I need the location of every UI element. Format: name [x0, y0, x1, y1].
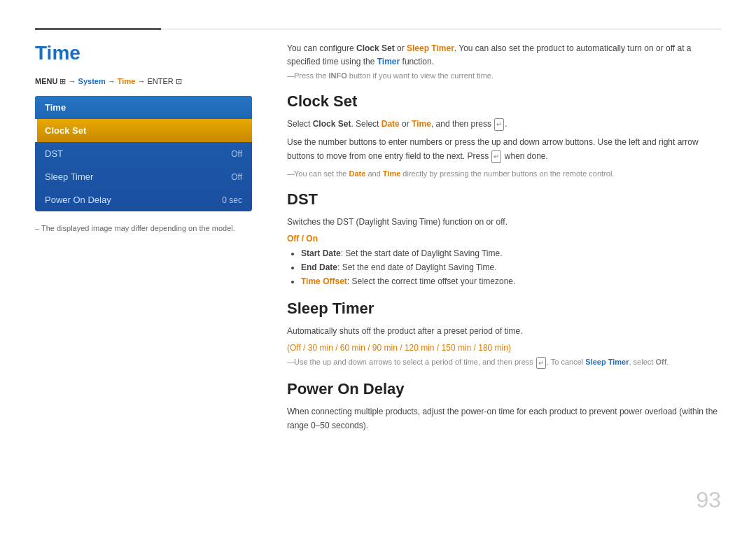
dst-bullet-time-offset: Time Offset: Select the correct time off…	[301, 275, 721, 289]
clock-set-note: You can set the Date and Time directly b…	[287, 168, 721, 180]
dst-off-on: Off / On	[287, 234, 721, 244]
top-bar-accent	[35, 28, 161, 30]
menu-path-menu: MENU	[35, 77, 59, 85]
intro-sleep-timer-orange: Sleep Timer	[407, 43, 454, 53]
clock-set-body2: Use the number buttons to enter numbers …	[287, 136, 721, 164]
power-on-delay-body1: When connecting multiple products, adjus…	[287, 405, 721, 433]
section-title-dst: DST	[287, 190, 721, 209]
menu-item-power-on-delay[interactable]: Power On Delay 0 sec	[35, 188, 252, 211]
section-title-clock-set: Clock Set	[287, 92, 721, 111]
menu-item-dst-label: DST	[45, 148, 63, 159]
intro-text: You can configure Clock Set or Sleep Tim…	[287, 42, 721, 69]
intro-clock-set-bold: Clock Set	[356, 43, 395, 53]
dst-bullet-end-date: End Date: Set the end date of Daylight S…	[301, 261, 721, 275]
menu-item-dst-value: Off	[231, 149, 242, 159]
menu-path-arrow2: →	[106, 77, 118, 85]
left-note: – The displayed image may differ dependi…	[35, 224, 252, 232]
menu-path-enter: ⊡	[176, 77, 182, 85]
menu-item-sleep-timer-value: Off	[231, 172, 242, 182]
menu-item-power-on-delay-label: Power On Delay	[45, 195, 111, 205]
menu-path-time: Time	[118, 77, 135, 85]
menu-item-sleep-timer[interactable]: Sleep Timer Off	[35, 165, 252, 188]
dst-body1: Switches the DST (Daylight Saving Time) …	[287, 216, 721, 230]
page-number: 93	[696, 487, 721, 513]
page-title: Time	[35, 42, 252, 64]
menu-item-clock-set[interactable]: Clock Set	[35, 119, 252, 142]
left-panel: Time MENU ⊞ → System → Time → ENTER ⊡ Ti…	[35, 42, 252, 232]
right-panel: You can configure Clock Set or Sleep Tim…	[287, 42, 721, 437]
sleep-timer-body1: Automatically shuts off the product afte…	[287, 325, 721, 339]
menu-box: Time Clock Set DST Off Sleep Timer Off P…	[35, 96, 252, 211]
top-bar-line	[161, 29, 721, 29]
menu-item-sleep-timer-label: Sleep Timer	[45, 171, 93, 182]
dst-bullet-start-date: Start Date: Set the start date of Daylig…	[301, 247, 721, 261]
intro-timer-blue: Timer	[377, 57, 400, 66]
section-title-power-on-delay: Power On Delay	[287, 380, 721, 398]
menu-path-arrow1: →	[66, 77, 78, 85]
menu-path-system: System	[78, 77, 106, 85]
sleep-timer-options: (Off / 30 min / 60 min / 90 min / 120 mi…	[287, 343, 721, 353]
section-title-sleep-timer: Sleep Timer	[287, 300, 721, 318]
clock-set-body1: Select Clock Set. Select Date or Time, a…	[287, 118, 721, 132]
sleep-timer-note: Use the up and down arrows to select a p…	[287, 356, 721, 369]
menu-item-dst[interactable]: DST Off	[35, 142, 252, 165]
dst-bullet-list: Start Date: Set the start date of Daylig…	[287, 247, 721, 288]
menu-path-arrow3: → ENTER	[135, 77, 175, 85]
menu-box-header: Time	[35, 96, 252, 119]
top-bar	[35, 28, 721, 30]
press-note: Press the INFO button if you want to vie…	[287, 71, 721, 80]
menu-item-power-on-delay-value: 0 sec	[222, 195, 242, 205]
menu-item-clock-set-label: Clock Set	[45, 125, 86, 136]
menu-path: MENU ⊞ → System → Time → ENTER ⊡	[35, 77, 252, 86]
